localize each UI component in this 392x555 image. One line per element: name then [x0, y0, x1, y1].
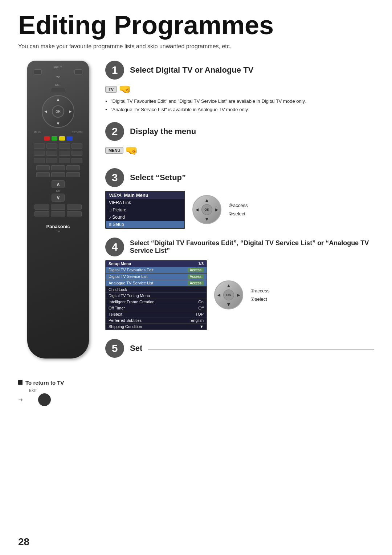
setup-menu-header-label: Setup Menu — [109, 262, 131, 266]
viera-logo: VIErA — [109, 193, 122, 198]
rect-btn[interactable] — [51, 165, 65, 170]
sound-item: ♪ Sound — [109, 215, 125, 220]
grid-btn[interactable] — [59, 158, 70, 163]
grid-btn[interactable] — [46, 151, 58, 156]
grid-btn[interactable] — [34, 158, 45, 163]
page-subtitle: You can make your favourite programme li… — [18, 43, 374, 50]
grid-btn[interactable] — [34, 151, 45, 156]
rect-btn[interactable] — [34, 211, 49, 216]
grid-btn[interactable] — [72, 151, 83, 156]
green-btn[interactable] — [52, 136, 57, 141]
step-5-circle: 5 — [105, 339, 124, 358]
exit-label-return: EXIT — [29, 389, 374, 393]
access-select-4: ③access ②select — [248, 288, 269, 302]
step-1: 1 Select Digital TV or Analogue TV TV 🤜 … — [105, 61, 374, 113]
access-select-3: ③access ②select — [226, 203, 248, 216]
setup-row-4: Digital TV Tuning Menu — [106, 293, 207, 299]
setup-row-2: Analogue TV Service List Access — [106, 280, 207, 287]
grid-btn[interactable] — [46, 158, 58, 163]
blue-btn[interactable] — [67, 136, 73, 141]
step-4: 4 Select “Digital TV Favourites Edit”, “… — [105, 238, 374, 330]
grid-btn[interactable] — [59, 151, 70, 156]
black-square-icon — [18, 380, 23, 385]
hand-icon-2: 🤜 — [125, 145, 138, 157]
step-2-title: Display the menu — [130, 127, 196, 136]
dpad-down[interactable]: ▼ — [56, 121, 60, 126]
remote-btn-2 — [74, 69, 82, 74]
select-label-3: ②select — [229, 211, 248, 216]
rect-btn[interactable] — [66, 172, 80, 177]
step-1-title: Select Digital TV or Analogue TV — [130, 65, 253, 75]
ok-btn[interactable]: OK — [52, 105, 64, 118]
tv-label-remote: TV — [31, 76, 85, 78]
remote-tv-small-label: TV — [31, 230, 85, 233]
setup-row-6: Off Timer Off — [106, 305, 207, 311]
rect-btn[interactable] — [51, 211, 66, 216]
step-1-bullets: "Digital TV Favourites Edit" and "Digita… — [105, 98, 374, 113]
brand-label: Panasonic — [31, 224, 85, 229]
setup-row-5: Intelligent Frame Creation On — [106, 299, 207, 305]
grid-btn[interactable] — [34, 143, 45, 149]
ok-pad-4: OK ▲ ▼ ◄ ► — [214, 280, 243, 309]
return-section: To return to TV EXIT ➜ — [18, 376, 374, 406]
yellow-btn[interactable] — [59, 136, 65, 141]
step-1-circle: 1 — [105, 61, 124, 80]
ch-label: CH — [56, 189, 60, 193]
rect-btn[interactable] — [67, 211, 82, 216]
arrow-right-icon: ➜ — [18, 396, 23, 403]
rect-btn[interactable] — [34, 204, 49, 210]
rect-btn[interactable] — [51, 172, 65, 177]
button-grid-3 — [31, 158, 85, 163]
step-5-title: Set — [130, 344, 142, 353]
step-2-circle: 2 — [105, 122, 124, 141]
menu-button-label: MENU — [105, 147, 123, 154]
exit-btn-remote[interactable] — [51, 88, 65, 93]
menu-label-remote: MENU — [34, 131, 41, 133]
grid-btn[interactable] — [72, 158, 83, 163]
button-grid-1 — [31, 143, 85, 149]
ok-left-3: ◄ — [195, 207, 200, 212]
setup-row-0: Digital TV Favourites Edit Access — [106, 267, 207, 274]
grid-btn[interactable] — [72, 143, 83, 149]
access-label-4: ③access — [250, 288, 269, 293]
setup-row-1: Digital TV Service List Access — [106, 274, 207, 280]
page-number: 28 — [18, 536, 29, 548]
return-label-remote: RETURN — [72, 131, 82, 133]
remote-btn-1 — [34, 69, 42, 74]
dpad[interactable]: OK ▲ ▼ ◄ ► — [42, 95, 74, 128]
rect-btn[interactable] — [67, 204, 82, 210]
step-4-circle: 4 — [105, 238, 124, 256]
ch-up-btn[interactable]: ∧ — [52, 180, 65, 188]
ok-pad-3: OK ▲ ▼ ◄ ► — [192, 195, 221, 224]
input-label: INPUT — [31, 66, 85, 69]
red-btn[interactable] — [44, 136, 50, 141]
ok-up-4: ▲ — [226, 283, 231, 288]
grid-btn[interactable] — [59, 143, 70, 149]
ch-down-btn[interactable]: ∨ — [52, 194, 65, 202]
step-3-title: Select “Setup” — [130, 173, 186, 182]
setup-row-7: Teletext TOP — [106, 311, 207, 317]
setup-item: ≡ Setup — [109, 222, 124, 227]
steps-container: 1 Select Digital TV or Analogue TV TV 🤜 … — [98, 61, 374, 368]
exit-label-remote: EXIT — [55, 84, 61, 86]
ok-down-4: ▼ — [226, 301, 231, 307]
dpad-up[interactable]: ▲ — [56, 97, 60, 102]
rect-btn[interactable] — [36, 172, 50, 177]
main-menu-label: Main Menu — [124, 193, 148, 198]
viera-link-item: VIERA Link — [109, 200, 131, 205]
access-label-3: ③access — [229, 203, 248, 208]
rect-btn[interactable] — [36, 165, 50, 170]
step-4-menu: Setup Menu 1/3 Digital TV Favourites Edi… — [105, 260, 207, 330]
ok-center-4: OK — [223, 289, 234, 300]
rect-btn[interactable] — [51, 204, 66, 210]
ok-right-3: ► — [214, 207, 219, 212]
step-2: 2 Display the menu MENU 🤜 — [105, 122, 374, 159]
step-5: 5 Set — [105, 339, 374, 358]
dpad-right[interactable]: ► — [68, 109, 73, 114]
rect-btn[interactable] — [66, 165, 80, 170]
dpad-left[interactable]: ◄ — [44, 109, 48, 114]
grid-btn[interactable] — [46, 143, 58, 149]
button-grid-2 — [31, 151, 85, 156]
exit-circle-btn — [38, 393, 51, 406]
ok-down-3: ▼ — [204, 216, 209, 222]
